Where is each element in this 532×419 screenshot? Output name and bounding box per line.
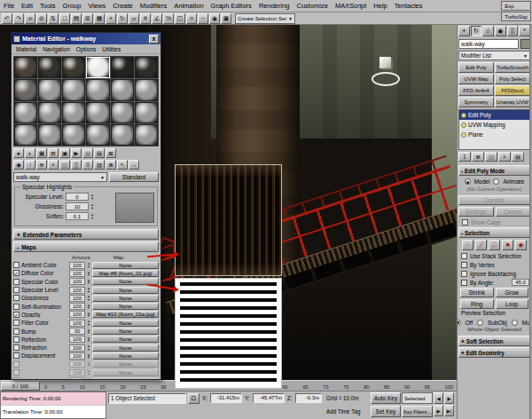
map-checkbox[interactable]: ✓ [13,312,20,318]
angle-snap-icon[interactable]: ∠ [152,13,162,24]
time-slider[interactable]: 0 / 100 [1,382,40,391]
material-slot-14[interactable] [38,102,61,123]
render-scene-icon[interactable]: ▣ [221,13,231,24]
material-slot-22[interactable] [86,124,109,146]
spinner-icon[interactable]: ▲▼ [87,279,90,285]
spinner-icon[interactable]: ▲▼ [90,194,94,200]
remove-modifier-icon[interactable]: × [498,152,511,162]
spinner-icon[interactable]: ▲▼ [87,262,90,268]
redo-icon[interactable]: ↷ [13,13,24,24]
material-editor-icon[interactable]: ◉ [209,13,220,24]
make-unique-icon[interactable]: ◫ [59,160,70,170]
menu-file[interactable]: File [0,2,18,10]
extended-parameters-rollout[interactable]: Extended Parameters [13,229,159,240]
material-slot-9[interactable] [62,79,85,100]
modifier-button-symmetry[interactable]: Symmetry [458,97,494,107]
map-button[interactable]: None [92,320,159,327]
me-menu-utilities[interactable]: Utilities [99,46,123,52]
edit-poly-mode-rollout[interactable]: Edit Poly Mode [458,165,530,176]
menu-modifiers[interactable]: Modifiers [137,2,170,10]
map-checkbox[interactable] [13,377,20,379]
video-color-check-icon[interactable]: ▣ [59,148,70,158]
spinner-icon[interactable]: ▲▼ [87,320,90,326]
material-slot-4[interactable] [86,57,109,78]
pin-stack-icon[interactable]: ↧ [458,152,471,162]
stack-item-plane[interactable]: Plane [459,130,529,139]
animate-radio[interactable] [493,178,499,185]
ring-button[interactable]: Ring [460,299,494,309]
material-slot-3[interactable] [62,57,85,78]
map-amount-field[interactable]: 100 [69,377,85,379]
map-amount-field[interactable]: 100 [69,352,85,360]
preview-radio-off[interactable] [457,320,461,326]
snap-toggle-icon[interactable]: # [140,13,151,24]
material-slot-19[interactable] [14,124,37,146]
menu-rendering[interactable]: Rendering [255,2,293,10]
map-checkbox[interactable]: ✓ [13,270,20,276]
check-ignore-backfacing[interactable]: Ignore Backfacing [458,269,530,278]
map-checkbox[interactable] [13,295,20,301]
check-by-vertex[interactable]: By Vertex [458,260,530,269]
menu-views[interactable]: Views [84,2,109,10]
spinner-icon[interactable]: ▲▼ [87,369,90,376]
panel-tab-modify-icon[interactable]: ↻ [471,26,482,36]
key-selection-dropdown[interactable]: Selected [402,392,433,404]
map-amount-field[interactable]: 100 [69,320,85,327]
spinner-icon[interactable]: ▲▼ [90,213,94,219]
shrink-button[interactable]: Shrink [460,288,494,297]
percent-snap-icon[interactable]: % [163,13,174,24]
select-and-rotate-icon[interactable]: ↻ [117,13,128,24]
map-button[interactable]: Map #10 (floors_01a.jpg) [92,311,159,318]
mirror-icon[interactable]: ◫ [175,13,185,24]
configure-modifier-sets-icon[interactable]: ▤ [512,152,524,162]
bind-to-space-warp-icon[interactable]: ⇅ [48,13,59,24]
select-and-scale-icon[interactable]: ▱ [129,13,139,24]
spec-value-field[interactable]: 0 [66,193,89,201]
menu-graph-editors[interactable]: Graph Editors [207,2,255,10]
settings-button[interactable]: Settings [458,207,494,217]
go-to-end-icon[interactable]: ▶| [444,405,454,416]
sample-tiling-icon[interactable]: ⊞ [48,148,59,158]
background-icon[interactable]: ▦ [36,148,47,158]
map-checkbox[interactable] [13,287,20,293]
menu-edit[interactable]: Edit [18,2,36,10]
map-amount-field[interactable]: 100 [69,295,85,302]
map-button[interactable]: None [92,377,159,379]
modifier-visibility-icon[interactable] [461,123,466,128]
menu-customize[interactable]: Customize [293,2,331,10]
modifier-button-ffd-4x4x4[interactable]: FFD 4x4x4 [458,85,494,96]
undo-icon[interactable]: ↶ [2,13,12,24]
key-filters-button[interactable]: Key Filters... [402,406,433,417]
select-by-material-icon[interactable]: ▤ [94,148,105,158]
menu-tentacles[interactable]: Tentacles [391,2,426,10]
material-slot-12[interactable] [135,79,158,100]
spinner-icon[interactable]: ▲▼ [87,271,90,277]
make-unique-icon[interactable]: ◫ [485,152,497,162]
check-by-angle[interactable]: By Angle: 45.0 [458,278,530,287]
commit-button[interactable]: Commit [458,195,530,205]
show-map-in-viewport-icon[interactable]: ▨ [94,160,105,170]
map-amount-field[interactable]: 100 [69,270,85,277]
preview-radio-subobj[interactable] [477,320,483,326]
me-menu-options[interactable]: Options [74,46,98,52]
material-slot-24[interactable] [135,124,158,146]
set-key-button[interactable]: Set Key [371,406,401,417]
maps-rollout[interactable]: Maps [13,241,159,252]
material-slot-5[interactable] [111,57,134,78]
floater-exp[interactable]: Exp [501,1,531,11]
spec-value-field[interactable]: 0.1 [66,212,89,220]
map-amount-field[interactable]: 100 [69,303,85,310]
put-material-icon[interactable]: ↑ [25,160,35,170]
checkbox[interactable] [461,280,467,286]
checkbox[interactable] [461,253,467,259]
material-slot-2[interactable] [38,57,61,78]
loop-button[interactable]: Loop [496,299,529,309]
select-by-name-icon[interactable]: ▤ [71,13,82,24]
panel-tab-hierarchy-icon[interactable]: ⌂ [482,26,494,36]
map-button[interactable]: None [92,369,159,376]
map-button[interactable]: None [92,303,159,310]
spinner-icon[interactable]: ▲▼ [87,336,90,343]
modifier-button-turbosmooth[interactable]: TurboSmooth [495,62,530,73]
cancel-button[interactable]: Cancel [496,207,531,217]
select-and-move-icon[interactable]: + [106,13,116,24]
